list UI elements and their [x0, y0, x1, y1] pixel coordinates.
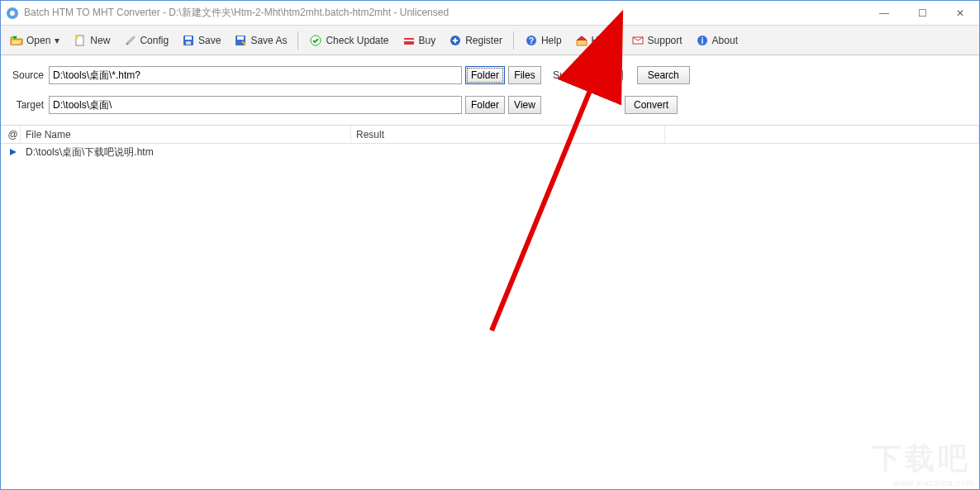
svg-rect-12 [404, 40, 414, 41]
target-view-button[interactable]: View [508, 96, 541, 114]
about-button[interactable]: i About [690, 30, 744, 51]
svg-marker-19 [10, 149, 17, 155]
config-button[interactable]: Config [117, 30, 174, 51]
column-spacer [665, 126, 979, 143]
check-update-icon [309, 34, 322, 47]
svg-point-1 [10, 11, 15, 16]
config-icon [123, 34, 136, 47]
file-name-cell: D:\tools\桌面\下载吧说明.htm [21, 145, 351, 159]
svg-text:i: i [701, 36, 703, 45]
list-header: @ File Name Result [1, 126, 979, 144]
search-button[interactable]: Search [637, 66, 690, 84]
save-as-icon [234, 34, 247, 47]
source-files-button[interactable]: Files [508, 66, 541, 84]
target-label: Target [9, 99, 44, 111]
convert-button[interactable]: Convert [625, 96, 678, 114]
new-file-icon [74, 34, 87, 47]
support-button[interactable]: Support [626, 30, 688, 51]
source-folder-button[interactable]: Folder [465, 66, 505, 84]
play-icon [1, 148, 21, 156]
register-button[interactable]: Register [443, 30, 508, 51]
target-input[interactable] [49, 96, 462, 114]
open-label: Open [26, 35, 50, 46]
home-button[interactable]: Home [569, 30, 624, 51]
paths-panel: Source Folder Files Sub folders Search T… [1, 55, 979, 126]
dropdown-caret-icon[interactable]: ▾ [54, 35, 60, 46]
buy-label: Buy [419, 35, 436, 46]
column-file-name[interactable]: File Name [21, 126, 351, 143]
file-list[interactable]: D:\tools\桌面\下载吧说明.htm 下载吧 www.xiazaiba.c… [1, 144, 979, 489]
new-button[interactable]: New [68, 30, 116, 51]
list-item[interactable]: D:\tools\桌面\下载吧说明.htm [1, 144, 979, 160]
home-label: Home [592, 35, 618, 46]
titlebar[interactable]: Batch HTM TO MHT Converter - D:\新建文件夹\Ht… [1, 1, 979, 26]
check-update-label: Check Update [326, 35, 388, 46]
save-label: Save [198, 35, 221, 46]
open-button[interactable]: Open ▾ [4, 30, 66, 51]
app-icon [6, 7, 19, 20]
support-icon [631, 34, 645, 47]
target-folder-button[interactable]: Folder [465, 96, 505, 114]
svg-rect-9 [237, 36, 244, 40]
source-label: Source [9, 69, 44, 81]
help-button[interactable]: ? Help [519, 30, 568, 51]
toolbar-separator [297, 31, 298, 50]
watermark-url: www.xiazaiba.com [893, 478, 974, 488]
svg-rect-6 [185, 36, 192, 40]
minimize-button[interactable]: — [865, 1, 903, 26]
toolbar-separator [513, 31, 514, 50]
svg-point-4 [75, 36, 78, 39]
source-input[interactable] [49, 66, 462, 84]
help-label: Help [541, 35, 562, 46]
subfolders-label: Sub folders [553, 69, 603, 81]
open-folder-icon [10, 34, 23, 47]
buy-button[interactable]: Buy [397, 30, 442, 51]
check-update-button[interactable]: Check Update [303, 30, 394, 51]
toolbar: Open ▾ New Config Save Save As Check Upd… [1, 26, 979, 55]
config-label: Config [140, 35, 169, 46]
subfolders-checkbox[interactable] [611, 69, 623, 81]
home-icon [575, 34, 588, 47]
save-as-label: Save As [250, 35, 287, 46]
about-label: About [712, 35, 738, 46]
column-at[interactable]: @ [1, 126, 21, 143]
register-icon [449, 34, 462, 47]
maximize-button[interactable]: ☐ [903, 1, 941, 26]
about-icon: i [696, 34, 709, 47]
support-label: Support [648, 35, 683, 46]
help-icon: ? [525, 34, 538, 47]
window-title: Batch HTM TO MHT Converter - D:\新建文件夹\Ht… [24, 6, 449, 20]
column-result[interactable]: Result [351, 126, 665, 143]
svg-rect-7 [186, 41, 191, 45]
save-icon [182, 34, 195, 47]
svg-text:?: ? [529, 36, 534, 45]
save-button[interactable]: Save [176, 30, 226, 51]
new-label: New [90, 35, 110, 46]
watermark-logo: 下载吧 [872, 439, 971, 479]
save-as-button[interactable]: Save As [228, 30, 293, 51]
close-button[interactable]: ✕ [941, 1, 979, 26]
buy-icon [402, 34, 416, 47]
register-label: Register [465, 35, 502, 46]
